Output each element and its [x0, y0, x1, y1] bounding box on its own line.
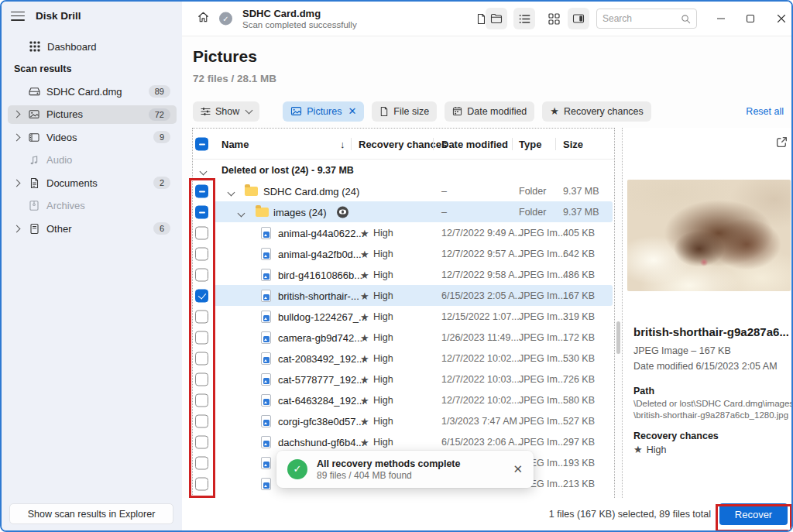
sort-descending-icon[interactable]: ↓: [340, 138, 345, 149]
file-type: JPEG Im...: [519, 395, 565, 406]
sidebar-item-label: Documents: [46, 177, 98, 189]
file-date: 6/15/2023 2:06 A...: [441, 437, 523, 448]
filter-chip-recovery-chances[interactable]: ★Recovery chances: [542, 101, 651, 122]
file-icon: [379, 106, 389, 117]
column-header-name[interactable]: Name: [221, 138, 249, 149]
active-filter-pictures[interactable]: Pictures ✕: [283, 101, 364, 122]
file-name: camera-gb9d742...: [278, 331, 362, 343]
filter-chip-file-size[interactable]: File size: [372, 101, 437, 122]
close-button[interactable]: [772, 9, 791, 28]
scan-results-section-label: Scan results: [14, 63, 71, 74]
file-type: JPEG Im...: [519, 290, 565, 301]
file-row-animal-g44a0622[interactable]: animal-g44a0622...★High12/7/2022 9:49 A.…: [193, 222, 614, 243]
show-filter-dropdown[interactable]: Show: [193, 101, 259, 122]
file-row-bird-g41610866b[interactable]: bird-g41610866b...★High12/7/2022 9:58 A.…: [193, 264, 614, 285]
preview-filename: british-shorthair-g9a287a6...: [633, 325, 788, 338]
file-row-animal-g4a2fb0d[interactable]: animal-g4a2fb0d...★High12/7/2022 9:57 A.…: [193, 243, 614, 264]
scrollbar-thumb[interactable]: [616, 321, 620, 354]
chevron-right-icon[interactable]: [13, 225, 21, 232]
sidebar-item-pictures[interactable]: Pictures72: [8, 105, 177, 124]
search-box[interactable]: [596, 9, 697, 29]
file-size: 167 KB: [563, 290, 595, 301]
show-scan-results-button[interactable]: Show scan results in Explorer: [9, 503, 173, 524]
chevron-down-icon[interactable]: [228, 188, 235, 196]
recovery-chance: High: [373, 353, 393, 364]
file-row-british-shorthair[interactable]: british-shorthair-...★High6/15/2023 2:05…: [193, 285, 614, 306]
folder-type: Folder: [519, 207, 546, 218]
column-header-type[interactable]: Type: [519, 138, 541, 149]
sidebar-item-videos[interactable]: Videos9: [8, 128, 177, 146]
folder-date: –: [441, 186, 447, 197]
open-folder-button[interactable]: [486, 8, 507, 29]
file-name: bird-g41610866b...: [278, 269, 362, 280]
toast-close-icon[interactable]: ✕: [513, 462, 523, 476]
row-checkbox[interactable]: [195, 268, 208, 281]
row-checkbox[interactable]: [195, 226, 208, 239]
sidebar-item-audio[interactable]: Audio: [8, 151, 177, 170]
row-checkbox[interactable]: [195, 247, 208, 260]
file-row-cat-2083492-192[interactable]: cat-2083492_192...★High12/7/2022 10:02..…: [193, 348, 614, 369]
minimize-button[interactable]: [712, 9, 730, 28]
row-checkbox-checked[interactable]: [195, 289, 208, 302]
star-icon: ★: [360, 415, 369, 427]
star-icon: ★: [360, 311, 369, 322]
file-row-corgi-gfc38e0d57[interactable]: corgi-gfc38e0d57...★High1/3/2023 7:47 AM…: [193, 410, 614, 431]
remove-filter-icon[interactable]: ✕: [348, 105, 356, 117]
preview-date-modified: Date modified 6/15/2023 2:05 AM: [633, 361, 778, 372]
image-file-icon: [261, 373, 271, 386]
list-view-button[interactable]: [513, 8, 535, 29]
open-external-icon[interactable]: [775, 136, 788, 152]
folder-icon: [256, 208, 269, 217]
row-checkbox[interactable]: [195, 372, 208, 386]
file-row-cat-6463284-192[interactable]: cat-6463284_192...★High12/7/2022 10:02..…: [193, 390, 614, 410]
column-header-chances[interactable]: Recovery chances: [359, 138, 447, 149]
row-checkbox-indeterminate[interactable]: [195, 184, 208, 197]
recover-button[interactable]: Recover: [719, 503, 788, 525]
row-checkbox-indeterminate[interactable]: [195, 205, 208, 218]
row-checkbox[interactable]: [195, 331, 208, 344]
chevron-right-icon[interactable]: [13, 111, 21, 118]
chevron-right-icon[interactable]: [13, 179, 21, 187]
preview-eye-icon[interactable]: [337, 206, 348, 218]
sidebar-item-other[interactable]: Other6: [8, 219, 177, 238]
select-all-checkbox[interactable]: [195, 138, 208, 151]
row-checkbox[interactable]: [195, 477, 208, 490]
count-badge: 72: [149, 108, 170, 121]
group-row-deleted-or-lost[interactable]: Deleted or lost (24) - 9.37 MB: [193, 160, 614, 180]
chevron-down-icon: [245, 106, 253, 114]
column-header-size[interactable]: Size: [563, 138, 583, 149]
chevron-right-icon[interactable]: [13, 133, 21, 141]
file-row-cat-5778777-192[interactable]: cat-5778777_192...★High12/7/2022 10:03..…: [193, 369, 614, 390]
home-icon[interactable]: [197, 11, 210, 27]
folder-row-images[interactable]: images (24)–Folder9.37 MB: [193, 201, 614, 222]
file-row-camera-gb9d742[interactable]: camera-gb9d742...★High1/26/2023 11:49...…: [193, 327, 614, 348]
sidebar-item-sdhc-card-dmg[interactable]: SDHC Card.dmg89: [8, 82, 177, 101]
row-checkbox[interactable]: [195, 393, 208, 407]
filter-chip-date-modified[interactable]: Date modified: [445, 101, 534, 122]
file-row-dachshund-gf6b4[interactable]: dachshund-gf6b4...★High6/15/2023 2:06 A.…: [193, 431, 614, 452]
table-scrollbar[interactable]: [616, 128, 621, 501]
preview-panel-toggle-button[interactable]: [568, 8, 589, 29]
image-file-icon: [261, 248, 271, 260]
file-type: JPEG Im...: [519, 311, 565, 322]
audio-icon: [27, 155, 41, 166]
row-checkbox[interactable]: [195, 435, 208, 448]
search-input[interactable]: [602, 13, 678, 24]
row-checkbox[interactable]: [195, 456, 208, 469]
sidebar-item-dashboard[interactable]: Dashboard: [8, 37, 177, 56]
folder-row-sdhc-card[interactable]: SDHC Card.dmg (24)–Folder9.37 MB: [193, 180, 614, 201]
star-icon: ★: [360, 248, 369, 259]
image-file-icon: [261, 352, 271, 365]
column-header-date[interactable]: Date modified: [441, 138, 508, 149]
sidebar-item-documents[interactable]: Documents2: [8, 173, 177, 192]
reset-all-link[interactable]: Reset all: [746, 106, 784, 117]
file-row-bulldog-1224267[interactable]: bulldog-1224267_...★High12/15/2022 1:07.…: [193, 306, 614, 327]
row-checkbox[interactable]: [195, 414, 208, 427]
row-checkbox[interactable]: [195, 310, 208, 323]
maximize-button[interactable]: [741, 9, 760, 28]
hamburger-menu-icon[interactable]: [11, 12, 25, 21]
grid-view-button[interactable]: [543, 8, 565, 29]
sidebar-item-archives[interactable]: Archives: [8, 197, 177, 215]
row-checkbox[interactable]: [195, 352, 208, 365]
chevron-down-icon[interactable]: [200, 167, 208, 175]
